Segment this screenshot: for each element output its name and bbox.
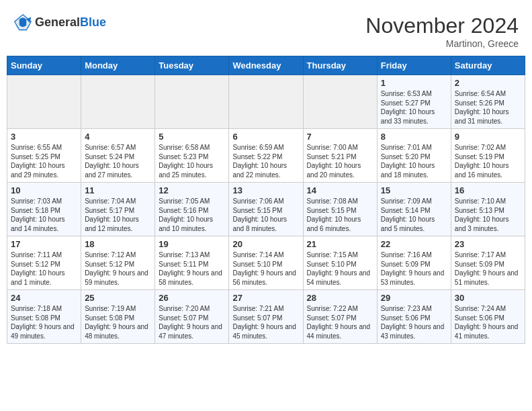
logo-general: General: [35, 15, 80, 29]
day-cell: 11Sunrise: 7:04 AM Sunset: 5:17 PM Dayli…: [81, 183, 155, 236]
day-number: 14: [307, 185, 373, 195]
day-cell: 18Sunrise: 7:12 AM Sunset: 5:12 PM Dayli…: [81, 236, 155, 290]
week-row-3: 10Sunrise: 7:03 AM Sunset: 5:18 PM Dayli…: [7, 183, 525, 236]
day-number: 20: [232, 239, 299, 249]
day-info: Sunrise: 7:06 AM Sunset: 5:15 PM Dayligh…: [232, 197, 299, 233]
day-info: Sunrise: 6:57 AM Sunset: 5:24 PM Dayligh…: [85, 143, 151, 179]
day-info: Sunrise: 7:13 AM Sunset: 5:11 PM Dayligh…: [159, 250, 225, 287]
day-cell: 14Sunrise: 7:08 AM Sunset: 5:15 PM Dayli…: [303, 183, 377, 236]
day-cell: 6Sunrise: 6:59 AM Sunset: 5:22 PM Daylig…: [229, 129, 303, 183]
day-info: Sunrise: 7:04 AM Sunset: 5:17 PM Dayligh…: [85, 197, 151, 233]
day-info: Sunrise: 6:54 AM Sunset: 5:26 PM Dayligh…: [455, 89, 521, 126]
day-info: Sunrise: 7:20 AM Sunset: 5:07 PM Dayligh…: [159, 304, 225, 340]
day-cell: 5Sunrise: 6:58 AM Sunset: 5:23 PM Daylig…: [155, 129, 229, 183]
day-number: 16: [455, 185, 521, 195]
day-info: Sunrise: 7:09 AM Sunset: 5:14 PM Dayligh…: [381, 197, 447, 233]
day-number: 10: [11, 185, 77, 195]
weekday-header-friday: Friday: [377, 56, 451, 75]
day-info: Sunrise: 7:11 AM Sunset: 5:12 PM Dayligh…: [11, 250, 77, 287]
day-number: 15: [381, 185, 447, 195]
day-cell: 13Sunrise: 7:06 AM Sunset: 5:15 PM Dayli…: [229, 183, 303, 236]
day-cell: 30Sunrise: 7:24 AM Sunset: 5:06 PM Dayli…: [451, 290, 525, 344]
day-info: Sunrise: 7:16 AM Sunset: 5:09 PM Dayligh…: [381, 250, 447, 287]
week-row-4: 17Sunrise: 7:11 AM Sunset: 5:12 PM Dayli…: [7, 236, 525, 290]
weekday-header-wednesday: Wednesday: [229, 56, 303, 75]
logo-text: GeneralBlue: [35, 16, 106, 30]
day-number: 24: [11, 293, 77, 303]
day-cell: 12Sunrise: 7:05 AM Sunset: 5:16 PM Dayli…: [155, 183, 229, 236]
day-cell: 20Sunrise: 7:14 AM Sunset: 5:10 PM Dayli…: [229, 236, 303, 290]
day-number: 19: [159, 239, 225, 249]
day-cell: 21Sunrise: 7:15 AM Sunset: 5:10 PM Dayli…: [303, 236, 377, 290]
day-cell: [81, 75, 155, 129]
week-row-2: 3Sunrise: 6:55 AM Sunset: 5:25 PM Daylig…: [7, 129, 525, 183]
month-title: November 2024: [365, 13, 519, 38]
day-cell: 22Sunrise: 7:16 AM Sunset: 5:09 PM Dayli…: [377, 236, 451, 290]
weekday-header-tuesday: Tuesday: [155, 56, 229, 75]
day-info: Sunrise: 7:22 AM Sunset: 5:07 PM Dayligh…: [307, 304, 373, 340]
day-info: Sunrise: 7:03 AM Sunset: 5:18 PM Dayligh…: [11, 197, 77, 233]
day-number: 8: [381, 132, 447, 142]
weekday-header-monday: Monday: [81, 56, 155, 75]
day-cell: 29Sunrise: 7:23 AM Sunset: 5:06 PM Dayli…: [377, 290, 451, 344]
day-number: 3: [11, 132, 77, 142]
day-number: 25: [85, 293, 151, 303]
day-cell: [229, 75, 303, 129]
day-number: 28: [307, 293, 373, 303]
day-number: 7: [307, 132, 373, 142]
page-header: GeneralBlue November 2024 Martinon, Gree…: [7, 7, 525, 52]
day-number: 4: [85, 132, 151, 142]
day-number: 6: [232, 132, 299, 142]
day-info: Sunrise: 7:10 AM Sunset: 5:13 PM Dayligh…: [455, 197, 521, 233]
day-cell: 9Sunrise: 7:02 AM Sunset: 5:19 PM Daylig…: [451, 129, 525, 183]
logo-icon: [13, 13, 32, 32]
day-number: 12: [159, 185, 225, 195]
day-number: 13: [232, 185, 299, 195]
day-number: 17: [11, 239, 77, 249]
day-info: Sunrise: 6:59 AM Sunset: 5:22 PM Dayligh…: [232, 143, 299, 179]
day-number: 30: [455, 293, 521, 303]
day-info: Sunrise: 7:18 AM Sunset: 5:08 PM Dayligh…: [11, 304, 77, 340]
day-cell: 28Sunrise: 7:22 AM Sunset: 5:07 PM Dayli…: [303, 290, 377, 344]
day-cell: 8Sunrise: 7:01 AM Sunset: 5:20 PM Daylig…: [377, 129, 451, 183]
day-info: Sunrise: 6:55 AM Sunset: 5:25 PM Dayligh…: [11, 143, 77, 179]
day-info: Sunrise: 7:21 AM Sunset: 5:07 PM Dayligh…: [232, 304, 299, 340]
weekday-header-thursday: Thursday: [303, 56, 377, 75]
day-number: 27: [232, 293, 299, 303]
day-cell: 4Sunrise: 6:57 AM Sunset: 5:24 PM Daylig…: [81, 129, 155, 183]
day-cell: 23Sunrise: 7:17 AM Sunset: 5:09 PM Dayli…: [451, 236, 525, 290]
day-cell: 24Sunrise: 7:18 AM Sunset: 5:08 PM Dayli…: [7, 290, 81, 344]
day-cell: 19Sunrise: 7:13 AM Sunset: 5:11 PM Dayli…: [155, 236, 229, 290]
day-info: Sunrise: 7:00 AM Sunset: 5:21 PM Dayligh…: [307, 143, 373, 179]
day-info: Sunrise: 7:14 AM Sunset: 5:10 PM Dayligh…: [232, 250, 299, 287]
day-cell: 10Sunrise: 7:03 AM Sunset: 5:18 PM Dayli…: [7, 183, 81, 236]
weekday-header-saturday: Saturday: [451, 56, 525, 75]
day-info: Sunrise: 7:02 AM Sunset: 5:19 PM Dayligh…: [455, 143, 521, 179]
calendar-table: SundayMondayTuesdayWednesdayThursdayFrid…: [7, 56, 525, 344]
day-cell: 25Sunrise: 7:19 AM Sunset: 5:08 PM Dayli…: [81, 290, 155, 344]
day-info: Sunrise: 7:23 AM Sunset: 5:06 PM Dayligh…: [381, 304, 447, 340]
day-number: 5: [159, 132, 225, 142]
day-cell: 26Sunrise: 7:20 AM Sunset: 5:07 PM Dayli…: [155, 290, 229, 344]
day-number: 29: [381, 293, 447, 303]
day-cell: [155, 75, 229, 129]
day-number: 11: [85, 185, 151, 195]
day-info: Sunrise: 7:01 AM Sunset: 5:20 PM Dayligh…: [381, 143, 447, 179]
day-info: Sunrise: 6:58 AM Sunset: 5:23 PM Dayligh…: [159, 143, 225, 179]
day-info: Sunrise: 7:05 AM Sunset: 5:16 PM Dayligh…: [159, 197, 225, 233]
day-number: 21: [307, 239, 373, 249]
weekday-header-sunday: Sunday: [7, 56, 81, 75]
day-cell: 17Sunrise: 7:11 AM Sunset: 5:12 PM Dayli…: [7, 236, 81, 290]
day-number: 18: [85, 239, 151, 249]
day-cell: [303, 75, 377, 129]
day-cell: [7, 75, 81, 129]
day-info: Sunrise: 7:15 AM Sunset: 5:10 PM Dayligh…: [307, 250, 373, 287]
day-info: Sunrise: 7:17 AM Sunset: 5:09 PM Dayligh…: [455, 250, 521, 287]
logo-blue: Blue: [80, 15, 106, 29]
day-info: Sunrise: 7:12 AM Sunset: 5:12 PM Dayligh…: [85, 250, 151, 287]
day-cell: 16Sunrise: 7:10 AM Sunset: 5:13 PM Dayli…: [451, 183, 525, 236]
day-info: Sunrise: 7:19 AM Sunset: 5:08 PM Dayligh…: [85, 304, 151, 340]
day-info: Sunrise: 6:53 AM Sunset: 5:27 PM Dayligh…: [381, 89, 447, 126]
weekday-header-row: SundayMondayTuesdayWednesdayThursdayFrid…: [7, 56, 525, 75]
day-number: 23: [455, 239, 521, 249]
